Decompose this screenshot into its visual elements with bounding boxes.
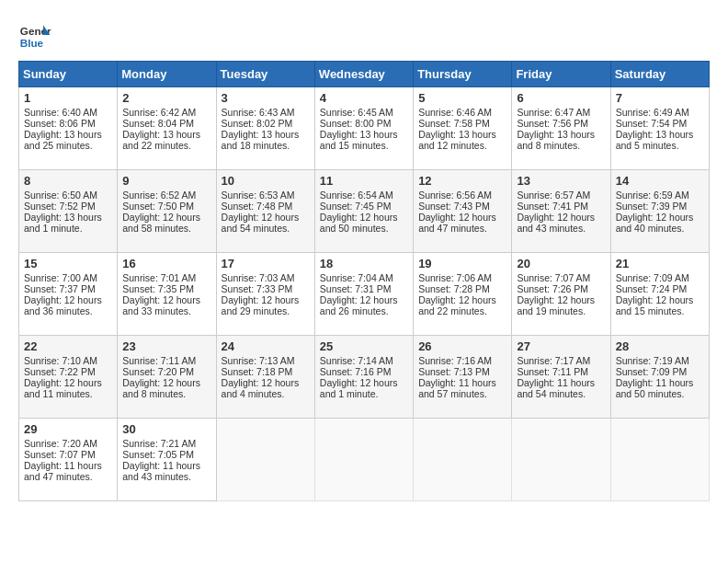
sunrise: Sunrise: 7:16 AM [418, 355, 492, 366]
col-header-monday: Monday [118, 62, 216, 87]
calendar-cell: 13 Sunrise: 6:57 AM Sunset: 7:41 PM Dayl… [512, 170, 610, 253]
calendar-cell: 11 Sunrise: 6:54 AM Sunset: 7:45 PM Dayl… [314, 170, 413, 253]
sunset: Sunset: 7:52 PM [24, 201, 96, 212]
sunrise: Sunrise: 6:50 AM [24, 190, 97, 201]
day-number: 6 [517, 91, 605, 105]
sunrise: Sunrise: 7:19 AM [616, 355, 689, 366]
day-number: 26 [418, 339, 506, 353]
daylight: Daylight: 12 hours and 50 minutes. [320, 212, 398, 234]
calendar-cell: 12 Sunrise: 6:56 AM Sunset: 7:43 PM Dayl… [414, 170, 512, 253]
daylight: Daylight: 12 hours and 58 minutes. [122, 212, 200, 234]
daylight: Daylight: 11 hours and 54 minutes. [517, 377, 595, 399]
col-header-saturday: Saturday [610, 62, 709, 87]
calendar-cell: 1 Sunrise: 6:40 AM Sunset: 8:06 PM Dayli… [19, 87, 118, 170]
calendar-cell: 3 Sunrise: 6:43 AM Sunset: 8:02 PM Dayli… [216, 87, 314, 170]
sunrise: Sunrise: 6:57 AM [517, 190, 590, 201]
sunrise: Sunrise: 6:42 AM [122, 107, 196, 118]
sunset: Sunset: 7:11 PM [517, 366, 588, 377]
sunrise: Sunrise: 7:06 AM [418, 272, 492, 283]
week-row-2: 8 Sunrise: 6:50 AM Sunset: 7:52 PM Dayli… [19, 170, 710, 253]
day-number: 12 [418, 174, 506, 188]
page-header: General Blue [18, 18, 710, 52]
day-number: 23 [122, 339, 210, 353]
sunset: Sunset: 7:58 PM [418, 118, 490, 129]
day-number: 19 [418, 257, 506, 270]
week-row-3: 15 Sunrise: 7:00 AM Sunset: 7:37 PM Dayl… [19, 253, 710, 336]
calendar-cell: 4 Sunrise: 6:45 AM Sunset: 8:00 PM Dayli… [314, 87, 413, 170]
sunset: Sunset: 7:33 PM [222, 283, 293, 294]
sunset: Sunset: 7:24 PM [616, 283, 688, 294]
calendar-cell: 29 Sunrise: 7:20 AM Sunset: 7:07 PM Dayl… [19, 419, 118, 501]
sunrise: Sunrise: 7:00 AM [24, 272, 97, 283]
day-number: 7 [616, 91, 704, 105]
calendar-cell: 19 Sunrise: 7:06 AM Sunset: 7:28 PM Dayl… [414, 253, 512, 336]
calendar-cell: 23 Sunrise: 7:11 AM Sunset: 7:20 PM Dayl… [118, 336, 216, 419]
daylight: Daylight: 12 hours and 19 minutes. [517, 294, 595, 316]
calendar-cell: 25 Sunrise: 7:14 AM Sunset: 7:16 PM Dayl… [314, 336, 413, 419]
svg-text:Blue: Blue [20, 37, 44, 49]
daylight: Daylight: 13 hours and 18 minutes. [222, 129, 300, 151]
calendar-cell [610, 419, 709, 501]
day-number: 15 [24, 257, 112, 270]
sunrise: Sunrise: 7:10 AM [24, 355, 97, 366]
sunrise: Sunrise: 7:21 AM [122, 438, 196, 449]
daylight: Daylight: 12 hours and 36 minutes. [24, 294, 102, 316]
calendar-cell: 24 Sunrise: 7:13 AM Sunset: 7:18 PM Dayl… [216, 336, 314, 419]
sunset: Sunset: 7:43 PM [418, 201, 490, 212]
day-number: 13 [517, 174, 605, 188]
col-header-wednesday: Wednesday [314, 62, 413, 87]
calendar-cell [314, 419, 413, 501]
day-number: 1 [24, 91, 112, 105]
col-header-thursday: Thursday [414, 62, 512, 87]
sunset: Sunset: 7:39 PM [616, 201, 688, 212]
daylight: Daylight: 12 hours and 33 minutes. [122, 294, 200, 316]
sunset: Sunset: 7:16 PM [320, 366, 392, 377]
sunset: Sunset: 7:09 PM [616, 366, 688, 377]
sunrise: Sunrise: 7:01 AM [122, 272, 196, 283]
sunrise: Sunrise: 6:59 AM [616, 190, 689, 201]
col-header-tuesday: Tuesday [216, 62, 314, 87]
day-number: 20 [517, 257, 605, 270]
sunset: Sunset: 8:06 PM [24, 118, 96, 129]
sunset: Sunset: 7:31 PM [320, 283, 392, 294]
calendar-cell: 2 Sunrise: 6:42 AM Sunset: 8:04 PM Dayli… [118, 87, 216, 170]
sunset: Sunset: 7:26 PM [517, 283, 588, 294]
day-number: 11 [320, 174, 408, 188]
col-header-friday: Friday [512, 62, 610, 87]
calendar-cell: 22 Sunrise: 7:10 AM Sunset: 7:22 PM Dayl… [19, 336, 118, 419]
sunset: Sunset: 7:05 PM [122, 449, 194, 460]
week-row-4: 22 Sunrise: 7:10 AM Sunset: 7:22 PM Dayl… [19, 336, 710, 419]
day-number: 18 [320, 257, 408, 270]
calendar-cell [216, 419, 314, 501]
day-number: 10 [222, 174, 310, 188]
calendar-cell: 9 Sunrise: 6:52 AM Sunset: 7:50 PM Dayli… [118, 170, 216, 253]
day-number: 21 [616, 257, 704, 270]
calendar-cell: 20 Sunrise: 7:07 AM Sunset: 7:26 PM Dayl… [512, 253, 610, 336]
daylight: Daylight: 13 hours and 12 minutes. [418, 129, 496, 151]
sunrise: Sunrise: 7:11 AM [122, 355, 196, 366]
day-number: 2 [122, 91, 210, 105]
daylight: Daylight: 11 hours and 57 minutes. [418, 377, 496, 399]
daylight: Daylight: 12 hours and 22 minutes. [418, 294, 496, 316]
calendar-cell: 27 Sunrise: 7:17 AM Sunset: 7:11 PM Dayl… [512, 336, 610, 419]
daylight: Daylight: 12 hours and 8 minutes. [122, 377, 200, 399]
sunset: Sunset: 8:00 PM [320, 118, 392, 129]
sunrise: Sunrise: 7:07 AM [517, 272, 590, 283]
daylight: Daylight: 12 hours and 40 minutes. [616, 212, 694, 234]
sunset: Sunset: 7:56 PM [517, 118, 588, 129]
sunrise: Sunrise: 7:04 AM [320, 272, 393, 283]
logo: General Blue [18, 18, 51, 52]
sunset: Sunset: 7:54 PM [616, 118, 688, 129]
calendar-cell: 7 Sunrise: 6:49 AM Sunset: 7:54 PM Dayli… [610, 87, 709, 170]
day-number: 16 [122, 257, 210, 270]
daylight: Daylight: 12 hours and 11 minutes. [24, 377, 102, 399]
daylight: Daylight: 12 hours and 4 minutes. [222, 377, 300, 399]
sunset: Sunset: 7:41 PM [517, 201, 588, 212]
sunrise: Sunrise: 7:03 AM [222, 272, 295, 283]
daylight: Daylight: 12 hours and 15 minutes. [616, 294, 694, 316]
daylight: Daylight: 13 hours and 22 minutes. [122, 129, 200, 151]
sunset: Sunset: 7:50 PM [122, 201, 194, 212]
sunrise: Sunrise: 6:49 AM [616, 107, 689, 118]
day-number: 5 [418, 91, 506, 105]
sunset: Sunset: 7:07 PM [24, 449, 96, 460]
